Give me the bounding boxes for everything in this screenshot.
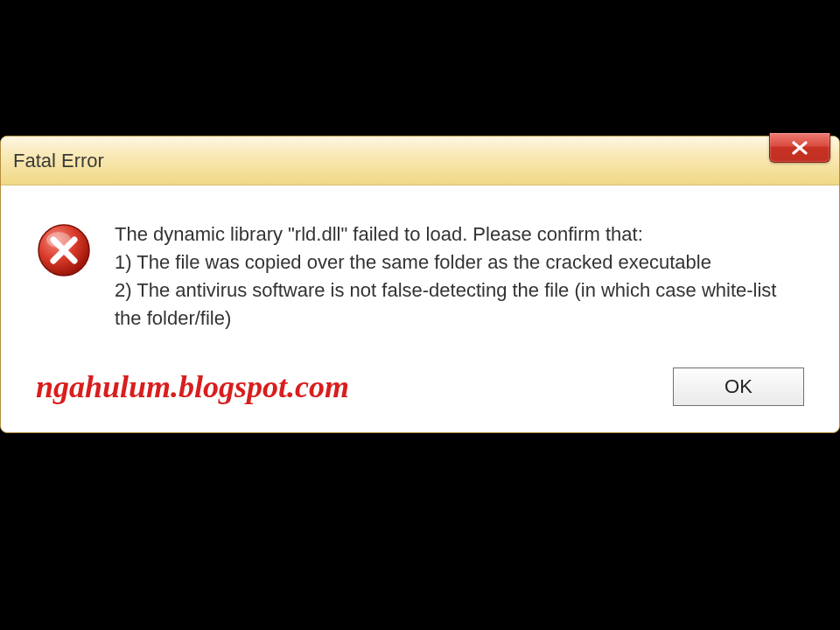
error-dialog: Fatal Error [0, 136, 840, 433]
dialog-content: The dynamic library "rld.dll" failed to … [1, 186, 839, 350]
close-icon [790, 141, 809, 155]
watermark-text: ngahulum.blogspot.com [36, 368, 349, 405]
error-icon [36, 222, 92, 278]
ok-button[interactable]: OK [673, 368, 804, 406]
dialog-footer: ngahulum.blogspot.com OK [1, 350, 839, 432]
close-button[interactable] [769, 133, 830, 163]
error-message: The dynamic library "rld.dll" failed to … [115, 220, 804, 332]
dialog-title: Fatal Error [13, 150, 104, 172]
titlebar[interactable]: Fatal Error [1, 136, 839, 186]
